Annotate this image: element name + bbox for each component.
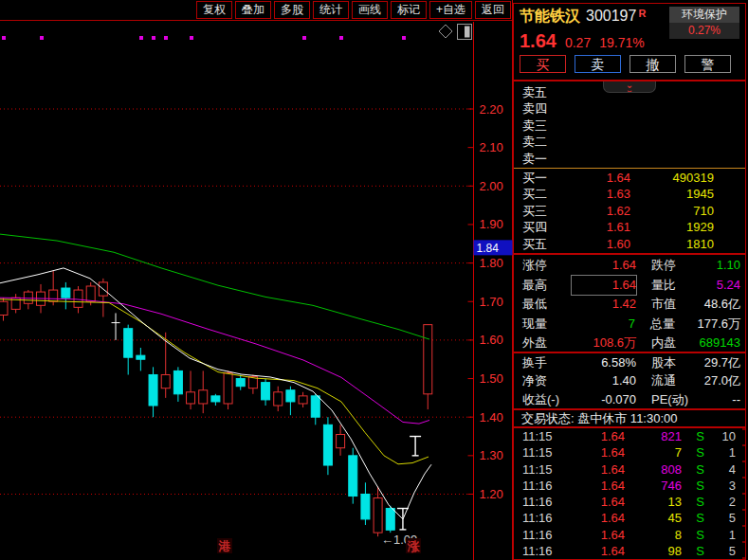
event-dot xyxy=(302,36,306,40)
up-candle xyxy=(224,372,232,404)
stats-row: 涨停 1.64 跌停 1.10 xyxy=(514,256,745,276)
diamond-icon[interactable] xyxy=(439,25,452,38)
event-dot xyxy=(339,36,343,40)
add-watchlist-button[interactable]: +自选 xyxy=(429,1,472,19)
ask-row-3[interactable]: 卖三 xyxy=(514,117,745,134)
bid-row-5[interactable]: 买五 1.60 1810 xyxy=(514,236,745,252)
collapse-book-button[interactable]: ⌄ ⌄ xyxy=(603,81,656,93)
highlight-price-label: 1.84 xyxy=(477,242,500,255)
stats-row: 最高 1.64 量比 5.24 xyxy=(514,276,745,296)
up-candle xyxy=(49,290,58,301)
seal-marker: 涨 xyxy=(406,538,421,553)
price-axis-label: 2.20 xyxy=(480,102,503,117)
candlestick-chart[interactable]: 2.202.102.001.901.801.701.601.501.401.30… xyxy=(0,0,513,560)
price-change: 0.27 xyxy=(565,35,591,50)
sector-tag-label: 环境保护 xyxy=(669,7,739,23)
bid-row-3[interactable]: 买三 1.62 710 xyxy=(514,203,745,219)
stats-row: 净资 1.40 流通 27.0亿 xyxy=(514,371,745,389)
bid-ask-separator xyxy=(514,168,745,169)
up-candle xyxy=(337,434,345,447)
bid-row-1[interactable]: 买一 1.64 490319 xyxy=(514,170,745,186)
down-candle xyxy=(311,396,319,417)
buy-button[interactable]: 买 xyxy=(520,55,566,73)
chart-panel: 复权 叠加 多股 统计 画线 标记 +自选 返回 2.202.102.001.9… xyxy=(0,0,513,560)
down-candle xyxy=(124,329,133,357)
quote-panel: 节能铁汉 300197 R 环境保护 0.27% 1.64 0.27 19.71… xyxy=(513,0,748,560)
seal-marker: 港 xyxy=(217,538,232,553)
scrollbar[interactable] xyxy=(742,428,745,559)
stock-code: 300197 xyxy=(586,8,636,25)
down-candle xyxy=(62,288,70,298)
tick-row[interactable]: 11:16 1.64 8 S 1 xyxy=(514,527,745,543)
chart-corner-icons xyxy=(439,25,472,40)
tick-row[interactable]: 11:16 1.64 746 S 3 xyxy=(514,478,745,494)
up-candle xyxy=(374,498,382,533)
price-axis-label: 2.10 xyxy=(480,140,503,154)
price-axis-label: 1.60 xyxy=(480,333,503,347)
sell-button[interactable]: 卖 xyxy=(575,55,621,73)
down-candle xyxy=(173,370,182,393)
trade-status-bar: 交易状态: 盘中休市 11:30:00 xyxy=(513,409,746,427)
price-axis-label: 2.00 xyxy=(480,179,503,193)
adjust-rights-button[interactable]: 复权 xyxy=(196,1,232,19)
tick-row[interactable]: 11:16 1.64 45 S 5 xyxy=(514,510,745,526)
up-candle xyxy=(161,374,170,388)
stats-row: 外盘 108.6万 内盘 689143 xyxy=(514,334,745,353)
up-candle xyxy=(424,325,432,394)
up-candle xyxy=(187,392,195,404)
price-change-percent: 19.71% xyxy=(599,35,644,50)
back-button[interactable]: 返回 xyxy=(475,1,511,19)
event-dot xyxy=(2,36,6,40)
ma-green-line xyxy=(0,234,429,339)
alert-button[interactable]: 警 xyxy=(684,55,731,73)
price-axis-label: 1.30 xyxy=(480,448,503,462)
quote-stats-secondary: 换手 6.58% 股本 29.7亿 净资 1.40 流通 27.0亿 收益(-)… xyxy=(513,352,746,409)
stats-row: 现量 7 总量 177.6万 xyxy=(514,315,745,334)
ask-row-4[interactable]: 卖四 xyxy=(514,100,745,117)
mark-button[interactable]: 标记 xyxy=(391,1,427,19)
event-dots xyxy=(2,36,406,40)
price-axis-label: 1.90 xyxy=(480,217,503,231)
up-candle xyxy=(299,396,307,404)
overlay-button[interactable]: 叠加 xyxy=(235,1,271,19)
down-candle xyxy=(323,425,332,465)
up-candle xyxy=(274,392,283,406)
multi-stock-button[interactable]: 多股 xyxy=(274,1,310,19)
statistics-button[interactable]: 统计 xyxy=(313,1,349,19)
down-candle xyxy=(211,396,220,402)
draw-line-button[interactable]: 画线 xyxy=(352,1,388,19)
tick-row[interactable]: 11:15 1.64 7 S 1 xyxy=(514,444,745,461)
svg-text:港: 港 xyxy=(218,539,231,553)
cancel-order-button[interactable]: 撤 xyxy=(629,55,676,73)
stock-trading-app: 复权 叠加 多股 统计 画线 标记 +自选 返回 2.202.102.001.9… xyxy=(0,0,748,560)
sector-tag[interactable]: 环境保护 0.27% xyxy=(669,7,739,39)
candles xyxy=(0,271,432,536)
y-axis: 2.202.102.001.901.801.701.601.501.401.30… xyxy=(468,22,503,560)
event-dot xyxy=(152,36,155,40)
down-candle xyxy=(236,379,245,387)
tick-row[interactable]: 11:16 1.64 13 S 2 xyxy=(514,494,745,510)
tick-row[interactable]: 11:15 1.64 808 S 4 xyxy=(514,461,745,478)
trade-status-label: 交易状态: xyxy=(521,411,575,425)
quote-stats-primary: 涨停 1.64 跌停 1.10 最高 1.64 量比 5.24 最低 1.42 … xyxy=(513,254,746,352)
bid-row-2[interactable]: 买二 1.63 1945 xyxy=(514,186,745,202)
down-candle xyxy=(137,355,145,359)
stats-row: 收益(-) -0.070 PE(动) -- xyxy=(514,390,745,408)
tick-row[interactable]: 11:15 1.64 821 S 10 xyxy=(514,428,745,444)
up-candle xyxy=(24,292,32,303)
stats-row: 最低 1.42 市值 48.6亿 xyxy=(514,295,745,315)
stock-name: 节能铁汉 xyxy=(520,7,580,27)
up-candle xyxy=(0,301,8,315)
ask-row-1[interactable]: 卖一 xyxy=(514,151,745,167)
tick-row[interactable]: 11:16 1.64 98 S 5 xyxy=(514,543,745,559)
up-candle xyxy=(86,286,95,301)
price-axis-label: 1.80 xyxy=(480,256,503,270)
event-dot xyxy=(139,36,143,40)
registration-flag: R xyxy=(638,8,646,19)
price-axis-label: 1.20 xyxy=(480,487,503,501)
down-candle xyxy=(361,495,370,519)
up-candle xyxy=(199,390,208,404)
ask-row-2[interactable]: 卖二 xyxy=(514,134,745,150)
bid-row-4[interactable]: 买四 1.61 1929 xyxy=(514,219,745,235)
price-axis-label: 1.70 xyxy=(480,295,503,309)
